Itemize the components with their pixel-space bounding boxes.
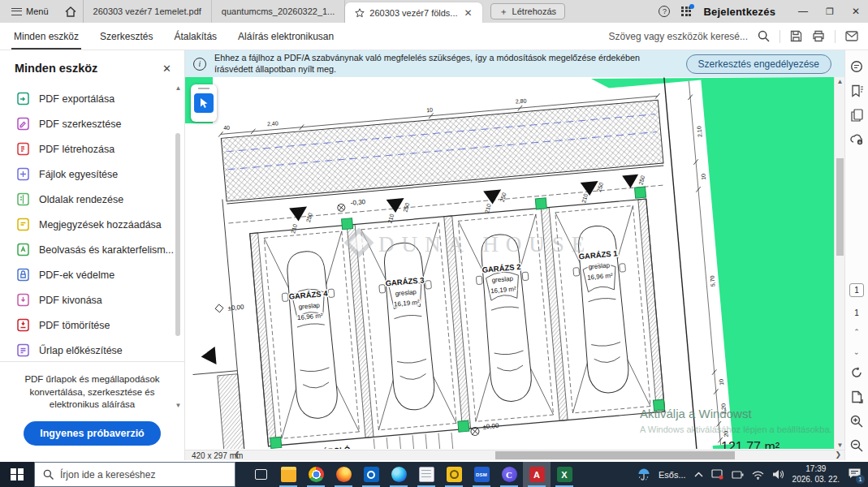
enable-editing-button[interactable]: Szerkesztés engedélyezése — [686, 54, 831, 74]
protect-pdf-icon — [16, 268, 30, 282]
volume-icon[interactable] — [772, 469, 784, 480]
floating-toolbar[interactable] — [191, 84, 217, 122]
menubar-item-alairas[interactable]: Aláírás elektronikusan — [227, 23, 344, 50]
page-thumbnails-icon[interactable] — [851, 109, 863, 122]
sidebar-tool-list: PDF exportálásaPDF szerkesztésePDF létre… — [0, 83, 184, 363]
taskbar-app-outlook[interactable] — [357, 462, 385, 487]
tab-quantumcms[interactable]: quantumcms_20260322_1... — [212, 0, 345, 23]
taskbar-app-acrobat[interactable]: A — [523, 462, 551, 487]
sidebar-item-combine-files[interactable]: Fájlok egyesítése — [0, 162, 184, 187]
sidebar-close-icon[interactable]: ✕ — [162, 62, 171, 75]
sidebar-item-protect-pdf[interactable]: PDF-ek védelme — [0, 262, 184, 287]
mail-icon[interactable] — [845, 31, 858, 41]
scroll-up-icon[interactable]: ▲ — [175, 84, 182, 92]
search-icon — [43, 469, 54, 480]
menubar-item-minden-eszkoz[interactable]: Minden eszköz — [3, 23, 89, 50]
svg-text:±0,00: ±0,00 — [482, 422, 499, 431]
page-number-input[interactable]: 1 — [849, 283, 864, 297]
home-button[interactable] — [58, 0, 84, 23]
vertical-scrollbar[interactable]: ▲ ▼ — [834, 77, 844, 450]
sidebar-item-edit-pdf[interactable]: PDF szerkesztése — [0, 111, 184, 136]
edit-pdf-icon — [16, 117, 30, 131]
next-page-icon[interactable]: ⌃ — [853, 347, 860, 355]
scroll-up-icon[interactable]: ▲ — [835, 78, 845, 85]
dimension-label: 5,70 — [709, 275, 715, 287]
dimension-label: 2,80 — [515, 97, 526, 104]
tray-app-icon[interactable] — [711, 469, 723, 480]
taskbar-app-yellow-app[interactable] — [440, 462, 468, 487]
taskbar-app-notes[interactable] — [412, 462, 440, 487]
print-icon[interactable] — [812, 30, 825, 42]
fit-page-icon[interactable] — [851, 390, 863, 403]
dimension-label: 2,40 — [267, 120, 279, 127]
taskbar-search-input[interactable]: Írjon ide a kereséshez — [34, 462, 235, 487]
hscrollbar-thumb[interactable] — [495, 451, 735, 459]
create-tab-button[interactable]: ＋ Létrehozás — [490, 3, 565, 19]
restore-button[interactable]: ❐ — [826, 6, 834, 17]
close-button[interactable]: ✕ — [852, 6, 860, 17]
minimize-button[interactable]: — — [798, 6, 808, 17]
sidebar-item-prepare-form[interactable]: Űrlap előkészítése — [0, 338, 184, 363]
menu-button[interactable]: Menü — [6, 0, 54, 23]
menubar-item-atalakitas[interactable]: Átalakítás — [163, 23, 227, 50]
close-tab-icon[interactable]: ✕ — [464, 7, 473, 19]
taskbar-app-chrome[interactable] — [302, 462, 330, 487]
sidebar-scrollbar[interactable]: ▲ ▼ — [175, 84, 182, 409]
taskbar-app-c-app[interactable]: C — [495, 462, 523, 487]
search-input[interactable]: Szöveg vagy eszközök keresé... — [609, 31, 748, 42]
sidebar-item-scan-ocr[interactable]: Beolvasás és karakterfelism... — [0, 237, 184, 262]
zoom-out-icon[interactable] — [850, 439, 863, 452]
search-icon[interactable] — [758, 30, 770, 42]
scroll-down-icon[interactable]: ▼ — [835, 442, 845, 449]
drag-handle[interactable] — [198, 88, 209, 90]
help-icon[interactable]: ? — [659, 6, 670, 17]
sidebar-item-create-pdf[interactable]: PDF létrehozása — [0, 136, 184, 162]
total-area-label: 121,77 m² — [721, 440, 780, 449]
taskbar-app-file-explorer[interactable] — [274, 462, 302, 487]
free-trial-button[interactable]: Ingyenes próbaverzió — [24, 421, 161, 446]
weather-icon[interactable] — [637, 468, 650, 481]
menubar-item-szerkesztes[interactable]: Szerkesztés — [89, 23, 163, 50]
rotate-icon[interactable] — [850, 366, 863, 379]
scrollbar-thumb[interactable] — [836, 158, 844, 256]
sidebar-item-organize-pages[interactable]: Oldalak rendezése — [0, 187, 184, 212]
sidebar-promo: PDF űrlapok és megállapodások konvertálá… — [0, 361, 184, 460]
app-window: Menü 260303 vezér7 1emelet.pdf quantumcm… — [0, 0, 868, 487]
scroll-right-icon[interactable]: ❯ — [835, 450, 841, 459]
bookmarks-icon[interactable] — [851, 84, 863, 97]
zoom-in-icon[interactable] — [850, 415, 863, 428]
network-icon[interactable] — [752, 470, 764, 480]
signin-button[interactable]: Bejelentkezés — [703, 6, 775, 18]
previous-page-icon[interactable]: ⌃ — [853, 329, 860, 336]
tray-expand-icon[interactable] — [694, 472, 703, 478]
prepare-form-icon — [16, 343, 30, 357]
tray-device-icon[interactable] — [732, 470, 744, 480]
document-status-bar: 420 x 297 mm ❮ ❯ — [185, 450, 844, 460]
promo-text: PDF űrlapok és megállapodások konvertálá… — [11, 373, 173, 412]
save-icon[interactable] — [790, 30, 802, 42]
apps-grid-icon[interactable] — [681, 6, 692, 17]
taskbar-app-excel[interactable]: X — [551, 462, 578, 487]
taskbar-app-dsm[interactable]: DSM — [468, 462, 495, 487]
select-tool-button[interactable] — [194, 93, 214, 113]
taskbar-clock[interactable]: 17:39 2026. 03. 22. — [792, 464, 840, 485]
star-icon[interactable] — [355, 8, 365, 18]
comments-icon[interactable] — [850, 60, 863, 73]
sidebar-item-compress-pdf[interactable]: PDF tömörítése — [0, 312, 184, 338]
scroll-left-icon[interactable]: ❮ — [234, 450, 240, 459]
tab-foldszint-active[interactable]: 260303 vezér7 földs... ✕ — [345, 2, 482, 23]
taskbar-app-edge[interactable] — [385, 462, 412, 487]
sidebar-item-add-comments[interactable]: Megjegyzések hozzáadása — [0, 212, 184, 237]
tab-1emelet[interactable]: 260303 vezér7 1emelet.pdf — [84, 0, 212, 23]
task-view-button[interactable] — [247, 462, 274, 487]
cloud-sync-icon[interactable] — [850, 133, 864, 145]
scrollbar-thumb[interactable] — [175, 133, 180, 336]
notifications-button[interactable]: 1 — [848, 468, 862, 481]
sidebar-item-extract-pdf[interactable]: PDF kivonása — [0, 287, 184, 312]
taskbar-app-firefox[interactable] — [330, 462, 357, 487]
weather-label[interactable]: Esős... — [659, 470, 686, 480]
start-button[interactable] — [0, 462, 34, 487]
sidebar-item-export-pdf[interactable]: PDF exportálása — [0, 86, 184, 111]
pdf-canvas[interactable]: 40 2,40 10 2,80 — [185, 77, 834, 449]
plus-icon: ＋ — [499, 6, 508, 18]
